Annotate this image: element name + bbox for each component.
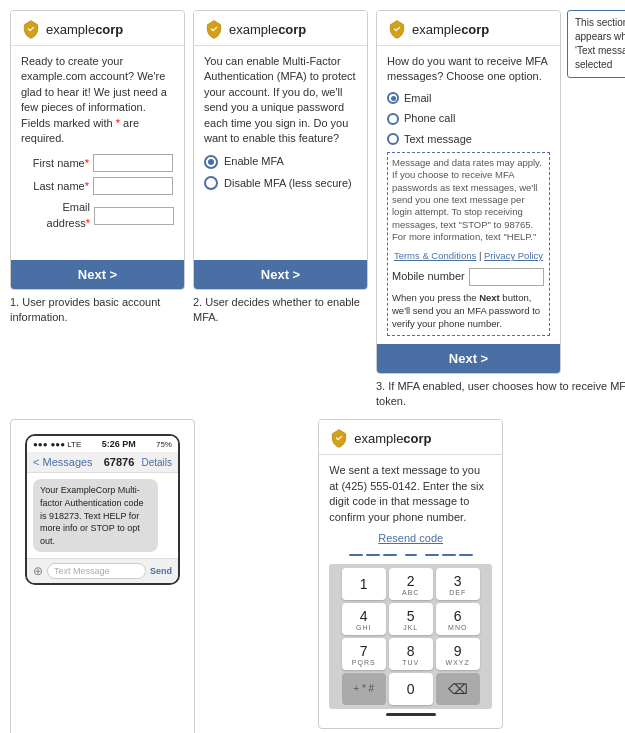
text-label: Text message	[404, 132, 472, 147]
firstname-label: First name*	[21, 156, 89, 171]
token-dashes	[329, 554, 492, 556]
key-3[interactable]: 3 DEF	[436, 568, 480, 600]
card1-intro: Ready to create your example.com account…	[21, 54, 174, 146]
send-button[interactable]: Send	[150, 566, 172, 576]
terms-link[interactable]: Terms & Conditions	[394, 250, 476, 261]
card2-next-button[interactable]: Next >	[201, 267, 360, 282]
phone-label: Phone call	[404, 111, 455, 126]
keypad: 1 2 ABC 3 DEF	[329, 564, 492, 709]
mobile-number-input[interactable]	[469, 268, 544, 286]
disable-mfa-option[interactable]: Disable MFA (less secure)	[204, 176, 357, 191]
card5-intro-text: We sent a text message to you at (425) 5…	[329, 463, 492, 525]
text-option[interactable]: Text message	[387, 132, 550, 147]
phone-message-input[interactable]: Text Message	[47, 563, 146, 579]
bottom-row: ●●● ●●● LTE 5:26 PM 75% < Messages 67876…	[10, 419, 615, 733]
keypad-row-1: 1 2 ABC 3 DEF	[333, 568, 488, 600]
back-arrow-icon[interactable]: < Messages	[33, 456, 93, 468]
lastname-label: Last name*	[21, 179, 89, 194]
sms-bubble: Your ExampleCorp Multi-factor Authentica…	[33, 479, 158, 552]
key-6-sub: MNO	[448, 624, 467, 631]
enable-mfa-label: Enable MFA	[224, 154, 284, 169]
side-note: This section only appears when 'Text mes…	[567, 10, 625, 78]
step3-label: 3. If MFA enabled, user chooses how to r…	[376, 379, 625, 410]
card2-wrapper: examplecorp You can enable Multi-Factor …	[193, 10, 368, 326]
card2-body: You can enable Multi-Factor Authenticati…	[194, 46, 367, 260]
text-message-section: Message and data rates may apply. If you…	[387, 152, 550, 336]
details-link[interactable]: Details	[141, 457, 172, 468]
key-9[interactable]: 9 WXYZ	[436, 638, 480, 670]
key-backspace[interactable]: ⌫	[436, 673, 480, 705]
disable-mfa-radio[interactable]	[204, 176, 218, 190]
key-9-main: 9	[454, 643, 462, 659]
key-6[interactable]: 6 MNO	[436, 603, 480, 635]
brand-name-5: examplecorp	[354, 431, 431, 446]
card2: examplecorp You can enable Multi-Factor …	[193, 10, 368, 290]
key-0[interactable]: 0	[389, 673, 433, 705]
next-button-hint: When you press the Next button, we'll se…	[392, 291, 545, 331]
firstname-field: First name*	[21, 154, 174, 172]
key-3-sub: DEF	[449, 589, 466, 596]
key-special[interactable]: + * #	[342, 673, 386, 705]
logo-icon-1	[21, 19, 41, 39]
token-dash-5	[442, 554, 456, 556]
key-4[interactable]: 4 GHI	[342, 603, 386, 635]
card1-next-button[interactable]: Next >	[18, 267, 177, 282]
phone-radio[interactable]	[387, 113, 399, 125]
key-8[interactable]: 8 TUV	[389, 638, 433, 670]
lastname-input[interactable]	[93, 177, 173, 195]
key-2-sub: ABC	[402, 589, 419, 596]
token-dash-6	[459, 554, 473, 556]
key-9-sub: WXYZ	[446, 659, 470, 666]
phone-bottom-bar: ⊕ Text Message Send	[27, 558, 178, 583]
card4-body: ●●● ●●● LTE 5:26 PM 75% < Messages 67876…	[11, 420, 194, 599]
card1-body-text: Ready to create your example.com account…	[21, 55, 167, 129]
resend-link[interactable]: Resend code	[329, 531, 492, 546]
key-8-sub: TUV	[402, 659, 419, 666]
enable-mfa-option[interactable]: Enable MFA	[204, 154, 357, 169]
email-input[interactable]	[94, 207, 174, 225]
email-radio[interactable]	[387, 92, 399, 104]
privacy-link[interactable]: Privacy Policy	[484, 250, 543, 261]
key-2[interactable]: 2 ABC	[389, 568, 433, 600]
token-dash-1	[349, 554, 363, 556]
card4-wrapper: ●●● ●●● LTE 5:26 PM 75% < Messages 67876…	[10, 419, 310, 733]
brand-name-2: examplecorp	[229, 22, 306, 37]
card3-body: How do you want to receive MFA messages?…	[377, 46, 560, 344]
card1-footer: Next >	[11, 260, 184, 289]
required-star-1: *	[116, 117, 123, 129]
enable-mfa-radio[interactable]	[204, 155, 218, 169]
key-5[interactable]: 5 JKL	[389, 603, 433, 635]
main-layout: examplecorp Ready to create your example…	[0, 0, 625, 733]
disable-mfa-label: Disable MFA (less secure)	[224, 176, 352, 191]
key-7[interactable]: 7 PQRS	[342, 638, 386, 670]
token-separator	[405, 554, 417, 556]
card2-header: examplecorp	[194, 11, 367, 46]
key-0-main: 0	[407, 681, 415, 697]
phone-mockup: ●●● ●●● LTE 5:26 PM 75% < Messages 67876…	[25, 434, 180, 585]
text-radio[interactable]	[387, 133, 399, 145]
card3-footer: Next >	[377, 344, 560, 373]
key-2-main: 2	[407, 573, 415, 589]
keypad-row-4: + * # 0 ⌫	[333, 673, 488, 705]
card3-with-note: examplecorp How do you want to receive M…	[376, 10, 625, 374]
key-special-label: + * #	[353, 682, 374, 696]
card3-next-button[interactable]: Next >	[384, 351, 553, 366]
key-1[interactable]: 1	[342, 568, 386, 600]
phone-battery: 75%	[156, 440, 172, 449]
backspace-icon: ⌫	[448, 681, 468, 697]
step2-label: 2. User decides whether to enable MFA.	[193, 295, 368, 326]
mobile-number-row: Mobile number	[392, 268, 545, 286]
email-option[interactable]: Email	[387, 91, 550, 106]
phone-status-bar: ●●● ●●● LTE 5:26 PM 75%	[27, 436, 178, 452]
phone-option[interactable]: Phone call	[387, 111, 550, 126]
token-dash-4	[425, 554, 439, 556]
card1: examplecorp Ready to create your example…	[10, 10, 185, 290]
firstname-input[interactable]	[93, 154, 173, 172]
card1-body: Ready to create your example.com account…	[11, 46, 184, 260]
camera-icon[interactable]: ⊕	[33, 564, 43, 578]
token-dash-3	[383, 554, 397, 556]
card5-wrapper: examplecorp We sent a text message to yo…	[318, 419, 560, 733]
email-label: Email address*	[21, 200, 90, 231]
key-8-main: 8	[407, 643, 415, 659]
key-4-main: 4	[360, 608, 368, 624]
